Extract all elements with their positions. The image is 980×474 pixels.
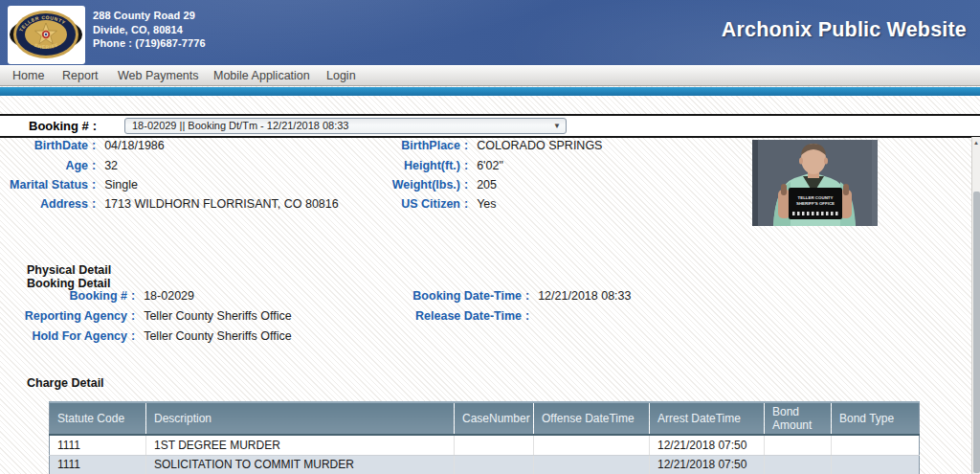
main-nav: Home Report Web Payments Mobile Applicat…: [0, 65, 980, 86]
sheriff-badge-logo: TELLER COUNTY SHERIFF: [8, 6, 85, 64]
table-row: 1111 SOLICITATION TO COMMIT MURDER 12/21…: [50, 455, 920, 474]
field-colon: :: [525, 289, 529, 303]
cell-bond-type: [832, 455, 920, 474]
col-description: Description: [146, 402, 455, 435]
field-value: 1713 WILDHORN FLORRISANT, CO 80816: [104, 197, 339, 211]
site-header: TELLER COUNTY SHERIFF 288 County Road 29…: [0, 0, 980, 65]
field-address: Address:1713 WILDHORN FLORRISANT, CO 808…: [0, 195, 339, 214]
field-colon: :: [92, 139, 96, 152]
cell-case-number: [455, 435, 534, 455]
table-row: 1111 1ST DEGREE MURDER 12/21/2018 07:50: [50, 435, 920, 455]
vertical-scrollbar[interactable]: ▲: [971, 137, 980, 474]
col-bond-amount: Bond Amount: [765, 402, 832, 435]
col-offense-datetime: Offense DateTime: [534, 402, 650, 435]
field-value: Teller County Sheriffs Office: [144, 309, 291, 323]
field-label: Booking #: [0, 287, 127, 305]
field-marital-status: Marital Status:Single: [0, 176, 138, 194]
field-booking-datetime: Booking Date-Time:12/21/2018 08:33: [337, 287, 632, 305]
field-value: 18-02029: [144, 289, 194, 303]
field-us-citizen: US Citizen:Yes: [321, 195, 497, 214]
field-label: Reporting Agency: [0, 307, 127, 326]
cell-bond-type: [832, 435, 920, 455]
chevron-down-icon[interactable]: ▼: [553, 119, 561, 133]
scroll-up-icon[interactable]: ▲: [972, 138, 980, 147]
section-charge-detail: Charge Detail: [27, 376, 104, 390]
field-label: Address: [0, 195, 88, 214]
cell-statute: 1111: [50, 455, 146, 474]
booking-select-value: 18-02029 || Booking Dt/Tm - 12/21/2018 0…: [132, 120, 348, 131]
address-line3: Phone : (719)687-7776: [93, 36, 206, 51]
mugshot-sign-line1: TELLER COUNTY: [798, 195, 834, 200]
accent-bar: [0, 87, 980, 96]
col-bond-type: Bond Type: [832, 402, 920, 435]
field-label: Hold For Agency: [0, 327, 127, 346]
field-age: Age:32: [0, 157, 118, 175]
table-header-row: Statute Code Description CaseNumber Offe…: [50, 402, 920, 435]
field-value: 12/21/2018 08:33: [538, 289, 631, 303]
field-label: Weight(lbs.): [321, 176, 460, 194]
field-hold-for-agency: Hold For Agency:Teller County Sheriffs O…: [0, 327, 292, 346]
cell-bond-amount: [765, 455, 832, 474]
section-physical-detail: Physical Detail: [27, 263, 111, 277]
field-label: Marital Status: [0, 176, 88, 194]
cell-case-number: [455, 455, 534, 474]
mugshot-image: TELLER COUNTY SHERIFF'S OFFICE: [752, 140, 878, 226]
booking-label-text: Booking #: [29, 119, 89, 133]
field-birthplace: BirthPlace:COLORADO SPRINGS: [321, 137, 602, 155]
field-value: Single: [104, 178, 138, 192]
field-value: 32: [104, 159, 118, 172]
mugshot-sign-line2: SHERIFF'S OFFICE: [796, 201, 835, 206]
field-colon: :: [131, 309, 135, 323]
field-value: 04/18/1986: [104, 139, 165, 152]
address-line2: Divide, CO, 80814: [93, 23, 206, 37]
cell-arrest-datetime: 12/21/2018 07:50: [650, 435, 765, 455]
mugshot-photo: TELLER COUNTY SHERIFF'S OFFICE: [752, 140, 878, 226]
cell-description: 1ST DEGREE MURDER: [146, 435, 455, 455]
cell-arrest-datetime: 12/21/2018 07:50: [650, 455, 765, 474]
site-title: Archonix Public Website: [722, 18, 967, 42]
booking-number-label: Booking #:: [29, 116, 97, 136]
field-colon: :: [92, 159, 96, 172]
field-colon: :: [92, 197, 96, 211]
field-weight: Weight(lbs.):205: [321, 176, 497, 194]
field-colon: :: [131, 289, 135, 303]
field-colon: :: [464, 159, 468, 172]
charge-detail-table: Statute Code Description CaseNumber Offe…: [49, 401, 920, 474]
address-line1: 288 County Road 29: [93, 9, 206, 23]
sheriff-badge-icon: TELLER COUNTY SHERIFF: [8, 6, 85, 64]
scrollbar-thumb[interactable]: [973, 192, 980, 473]
field-value: 6'02": [477, 159, 503, 172]
nav-home[interactable]: Home: [12, 65, 44, 86]
field-label: BirthDate: [0, 137, 88, 155]
nav-login[interactable]: Login: [326, 65, 356, 86]
cell-description: SOLICITATION TO COMMIT MURDER: [146, 455, 455, 474]
field-booking-number: Booking #:18-02029: [0, 287, 194, 305]
field-release-datetime: Release Date-Time:: [337, 307, 538, 326]
col-statute-code: Statute Code: [50, 402, 146, 435]
agency-address: 288 County Road 29 Divide, CO, 80814 Pho…: [93, 9, 206, 51]
field-colon: :: [464, 139, 468, 152]
field-label: US Citizen: [321, 195, 460, 214]
field-colon: :: [525, 309, 529, 323]
field-value: 205: [477, 178, 497, 192]
cell-statute: 1111: [50, 435, 146, 455]
archonix-public-website: TELLER COUNTY SHERIFF 288 County Road 29…: [0, 0, 980, 474]
field-birthdate: BirthDate:04/18/1986: [0, 137, 165, 155]
field-value: Yes: [477, 197, 496, 211]
booking-label-colon: :: [93, 119, 97, 133]
nav-web-payments[interactable]: Web Payments: [118, 65, 199, 86]
field-label: Height(ft.): [321, 157, 460, 175]
field-value: Teller County Sheriffs Office: [144, 329, 291, 343]
col-case-number: CaseNumber: [455, 402, 534, 435]
booking-select[interactable]: 18-02029 || Booking Dt/Tm - 12/21/2018 0…: [124, 118, 567, 134]
field-height: Height(ft.):6'02": [321, 157, 503, 175]
field-label: Age: [0, 157, 88, 175]
nav-report[interactable]: Report: [62, 65, 99, 86]
field-reporting-agency: Reporting Agency:Teller County Sheriffs …: [0, 307, 292, 326]
col-arrest-datetime: Arrest DateTime: [650, 402, 765, 435]
field-colon: :: [92, 178, 96, 192]
cell-bond-amount: [765, 435, 832, 455]
field-colon: :: [464, 178, 468, 192]
nav-mobile-application[interactable]: Mobile Application: [213, 65, 310, 86]
field-colon: :: [131, 329, 135, 343]
